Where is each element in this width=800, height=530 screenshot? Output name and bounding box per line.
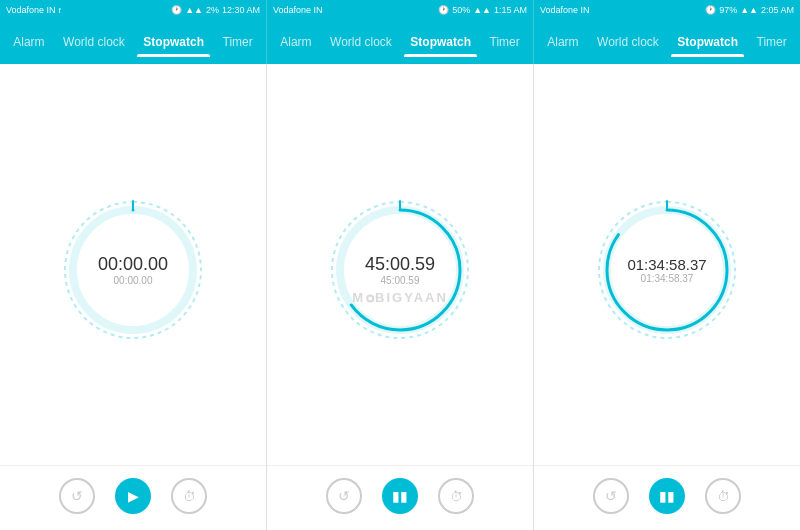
alarm-icon-2: 🕐	[438, 5, 449, 15]
fb-icon-1: f	[59, 6, 61, 15]
time-sub-1: 00:00.00	[98, 275, 168, 286]
pause-icon-3: ▮▮	[659, 488, 675, 504]
lap-icon-1: ⏱	[183, 489, 196, 504]
status-right-1: 🕐 ▲▲ 2% 12:30 AM	[171, 5, 260, 15]
timer-circle-2: 45:00.59 45:00.59	[325, 195, 475, 345]
time-main-1: 00:00.00	[98, 254, 168, 275]
status-bars: Vodafone IN f 🕐 ▲▲ 2% 12:30 AM Vodafone …	[0, 0, 800, 20]
time-2: 1:15 AM	[494, 5, 527, 15]
timer-text-2: 45:00.59 45:00.59	[365, 254, 435, 286]
status-bar-1: Vodafone IN f 🕐 ▲▲ 2% 12:30 AM	[0, 0, 267, 20]
timer-text-3: 01:34:58.37 01:34:58.37	[627, 256, 706, 284]
tick-1	[132, 200, 134, 210]
nav-timer-3[interactable]: Timer	[751, 31, 793, 53]
main-panels: MBIGYAAN 00:00.00 00:00.00 ↺	[0, 64, 800, 530]
nav-worldclock-3[interactable]: World clock	[591, 31, 665, 53]
nav-alarm-2[interactable]: Alarm	[274, 31, 317, 53]
reset-icon-2: ↺	[338, 488, 350, 504]
nav-alarm-3[interactable]: Alarm	[541, 31, 584, 53]
battery-1: 2%	[206, 5, 219, 15]
signal-icon-3: ▲▲	[740, 5, 758, 15]
clock-area-2: 45:00.59 45:00.59	[325, 64, 475, 465]
nav-stopwatch-3[interactable]: Stopwatch	[671, 31, 744, 53]
timer-text-1: 00:00.00 00:00.00	[98, 254, 168, 286]
controls-2: ↺ ▮▮ ⏱	[267, 465, 533, 530]
lap-icon-3: ⏱	[717, 489, 730, 504]
time-sub-2: 45:00.59	[365, 275, 435, 286]
battery-2: 50%	[452, 5, 470, 15]
controls-1: ↺ ▶ ⏱	[0, 465, 266, 530]
nav-stopwatch-2[interactable]: Stopwatch	[404, 31, 477, 53]
timer-circle-1: 00:00.00 00:00.00	[58, 195, 208, 345]
status-left-2: Vodafone IN	[273, 5, 323, 15]
alarm-icon-3: 🕐	[705, 5, 716, 15]
play-button-1[interactable]: ▶	[115, 478, 151, 514]
pause-button-3[interactable]: ▮▮	[649, 478, 685, 514]
play-icon-1: ▶	[128, 488, 139, 504]
carrier-1: Vodafone IN	[6, 5, 56, 15]
status-bar-2: Vodafone IN 🕐 50% ▲▲ 1:15 AM	[267, 0, 534, 20]
signal-icon-1: ▲▲	[185, 5, 203, 15]
panel-2: 45:00.59 45:00.59 ↺ ▮▮ ⏱	[267, 64, 534, 530]
nav-alarm-1[interactable]: Alarm	[7, 31, 50, 53]
controls-3: ↺ ▮▮ ⏱	[534, 465, 800, 530]
carrier-3: Vodafone IN	[540, 5, 590, 15]
nav-panel-3: Alarm World clock Stopwatch Timer	[534, 20, 800, 64]
time-1: 12:30 AM	[222, 5, 260, 15]
lap-button-3[interactable]: ⏱	[705, 478, 741, 514]
time-main-3: 01:34:58.37	[627, 256, 706, 273]
carrier-2: Vodafone IN	[273, 5, 323, 15]
lap-icon-2: ⏱	[450, 489, 463, 504]
reset-icon-1: ↺	[71, 488, 83, 504]
reset-icon-3: ↺	[605, 488, 617, 504]
clock-area-1: 00:00.00 00:00.00	[58, 64, 208, 465]
reset-button-3[interactable]: ↺	[593, 478, 629, 514]
signal-icon-2: ▲▲	[473, 5, 491, 15]
nav-panel-2: Alarm World clock Stopwatch Timer	[267, 20, 534, 64]
status-left-1: Vodafone IN f	[6, 5, 61, 15]
time-main-2: 45:00.59	[365, 254, 435, 275]
status-right-2: 🕐 50% ▲▲ 1:15 AM	[438, 5, 527, 15]
nav-worldclock-2[interactable]: World clock	[324, 31, 398, 53]
battery-3: 97%	[719, 5, 737, 15]
pause-icon-2: ▮▮	[392, 488, 408, 504]
tick-2	[399, 200, 401, 210]
nav-panel-1: Alarm World clock Stopwatch Timer	[0, 20, 267, 64]
reset-button-2[interactable]: ↺	[326, 478, 362, 514]
panel-3: 01:34:58.37 01:34:58.37 ↺ ▮▮ ⏱	[534, 64, 800, 530]
lap-button-1[interactable]: ⏱	[171, 478, 207, 514]
panel-1: 00:00.00 00:00.00 ↺ ▶ ⏱	[0, 64, 267, 530]
alarm-icon-1: 🕐	[171, 5, 182, 15]
status-left-3: Vodafone IN	[540, 5, 590, 15]
time-sub-3: 01:34:58.37	[627, 273, 706, 284]
pause-button-2[interactable]: ▮▮	[382, 478, 418, 514]
tick-3	[666, 200, 668, 210]
status-bar-3: Vodafone IN 🕐 97% ▲▲ 2:05 AM	[534, 0, 800, 20]
nav-worldclock-1[interactable]: World clock	[57, 31, 131, 53]
timer-circle-3: 01:34:58.37 01:34:58.37	[592, 195, 742, 345]
time-3: 2:05 AM	[761, 5, 794, 15]
reset-button-1[interactable]: ↺	[59, 478, 95, 514]
clock-area-3: 01:34:58.37 01:34:58.37	[592, 64, 742, 465]
nav-stopwatch-1[interactable]: Stopwatch	[137, 31, 210, 53]
lap-button-2[interactable]: ⏱	[438, 478, 474, 514]
nav-timer-2[interactable]: Timer	[484, 31, 526, 53]
status-right-3: 🕐 97% ▲▲ 2:05 AM	[705, 5, 794, 15]
nav-timer-1[interactable]: Timer	[217, 31, 259, 53]
nav-bars: Alarm World clock Stopwatch Timer Alarm …	[0, 20, 800, 64]
